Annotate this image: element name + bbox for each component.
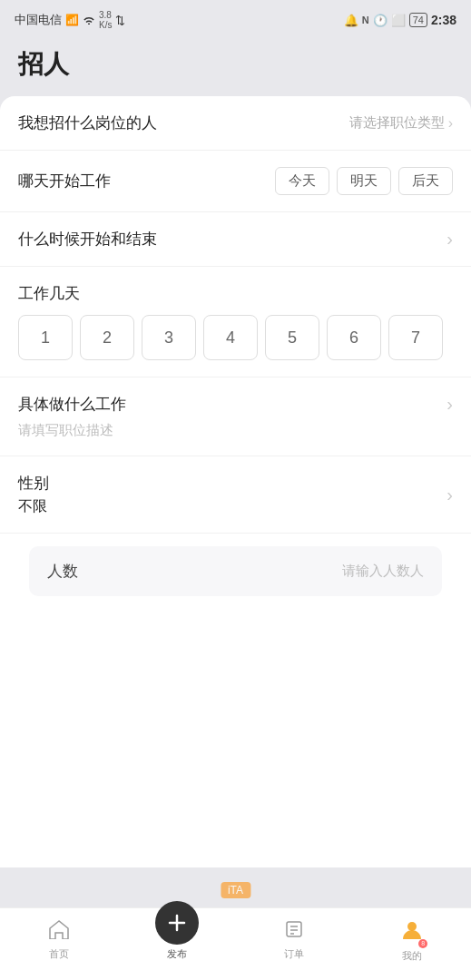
day-options: 今天 明天 后天	[275, 167, 453, 195]
position-label: 我想招什么岗位的人	[18, 113, 157, 133]
count-label: 人数	[47, 561, 78, 582]
nav-item-home[interactable]: 首页	[0, 919, 118, 961]
carrier-name: 中国电信	[15, 12, 62, 28]
speed-text: 3.8K/s	[99, 10, 112, 30]
day-btn-tomorrow[interactable]: 明天	[337, 167, 391, 195]
gender-value: 不限	[18, 497, 49, 516]
gender-chevron-icon: ›	[446, 485, 453, 505]
alarm-icon: 🔔	[344, 14, 358, 27]
work-day-7[interactable]: 7	[388, 315, 443, 360]
nav-item-publish[interactable]: 发布	[118, 919, 236, 961]
day-btn-today[interactable]: 今天	[275, 167, 329, 195]
nav-label-publish: 发布	[167, 947, 187, 961]
nav-label-mine: 我的	[402, 949, 422, 963]
nav-item-mine[interactable]: 8 我的	[353, 917, 471, 963]
nfc-icon: N	[362, 15, 369, 25]
page-title: 招人	[18, 47, 453, 82]
status-bar: 中国电信 📶 3.8K/s ⇅ 🔔 N 🕐 ⬜ 74 2:38	[0, 0, 471, 40]
position-section[interactable]: 我想招什么岗位的人 请选择职位类型 ›	[0, 96, 471, 151]
work-days-section: 工作几天 1 2 3 4 5 6 7	[0, 267, 471, 377]
gender-label: 性别	[18, 473, 49, 494]
mine-icon: 8	[400, 917, 424, 946]
count-section-wrapper: 人数 请输入人数人	[0, 534, 471, 609]
work-day-1[interactable]: 1	[18, 315, 73, 360]
position-value[interactable]: 请选择职位类型 ›	[349, 114, 453, 132]
work-days-label: 工作几天	[18, 285, 80, 302]
position-chevron-icon: ›	[448, 115, 453, 132]
status-right-icons: 🔔 N 🕐 ⬜ 74 2:38	[344, 13, 456, 27]
bottom-nav: 首页 发布 订单 8 我的	[0, 907, 471, 980]
watermark: iTA	[221, 882, 250, 898]
desc-chevron-icon: ›	[446, 394, 453, 415]
work-day-6[interactable]: 6	[327, 315, 381, 360]
nav-label-orders: 订单	[284, 947, 304, 961]
day-btn-day-after[interactable]: 后天	[398, 167, 453, 195]
nav-label-home: 首页	[49, 947, 69, 961]
time-chevron-icon: ›	[446, 229, 453, 250]
desc-placeholder: 请填写职位描述	[18, 422, 453, 439]
count-input-placeholder: 请输入人数人	[342, 563, 424, 580]
carrier-info: 中国电信 📶 3.8K/s ⇅	[15, 10, 125, 30]
desc-section[interactable]: 具体做什么工作 › 请填写职位描述	[0, 377, 471, 456]
battery-icon: 74	[409, 13, 427, 27]
start-day-section: 哪天开始工作 今天 明天 后天	[0, 151, 471, 212]
svg-point-6	[407, 922, 417, 931]
desc-label: 具体做什么工作	[18, 394, 126, 415]
work-day-2[interactable]: 2	[80, 315, 134, 360]
work-day-5[interactable]: 5	[265, 315, 319, 360]
work-days-grid: 1 2 3 4 5 6 7	[18, 315, 453, 360]
watermark-text: iTA	[228, 884, 243, 897]
page-header: 招人	[0, 40, 471, 96]
work-day-4[interactable]: 4	[203, 315, 258, 360]
main-card: 我想招什么岗位的人 请选择职位类型 › 哪天开始工作 今天 明天 后天 什么时候…	[0, 96, 471, 867]
publish-circle-icon	[155, 901, 199, 945]
position-placeholder: 请选择职位类型	[349, 114, 445, 132]
clock-icon: 🕐	[373, 14, 388, 27]
screen-icon: ⬜	[391, 14, 406, 27]
start-day-label: 哪天开始工作	[18, 171, 111, 191]
signal-icon: 📶	[65, 14, 79, 26]
charge-icon: ⇅	[115, 14, 125, 27]
home-icon	[48, 919, 70, 945]
gender-section[interactable]: 性别 不限 ›	[0, 456, 471, 534]
gender-content: 性别 不限	[18, 473, 49, 516]
wifi-icon	[83, 14, 95, 27]
count-row[interactable]: 人数 请输入人数人	[29, 546, 442, 596]
work-day-3[interactable]: 3	[142, 315, 196, 360]
time-section[interactable]: 什么时候开始和结束 ›	[0, 212, 471, 267]
nav-item-orders[interactable]: 订单	[236, 919, 354, 961]
time-display: 2:38	[431, 13, 456, 27]
orders-icon	[284, 919, 304, 945]
time-label: 什么时候开始和结束	[18, 229, 157, 250]
